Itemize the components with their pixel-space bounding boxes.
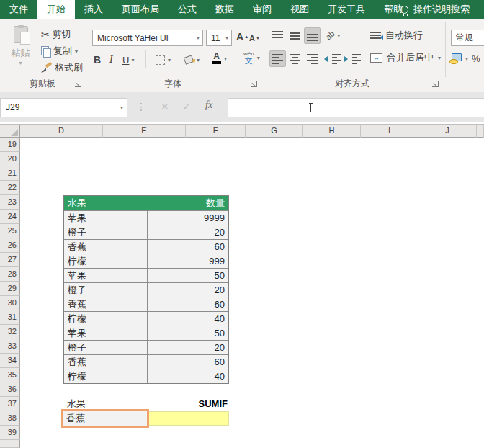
sumif-result-cell[interactable] bbox=[147, 411, 229, 426]
font-name-dropdown-icon[interactable]: ▾ bbox=[194, 35, 202, 41]
tab-page-layout[interactable]: 页面布局 bbox=[112, 0, 169, 19]
cell-fruit[interactable]: 香蕉 bbox=[64, 355, 148, 369]
col-header-F[interactable]: F bbox=[186, 125, 246, 138]
row-header-24[interactable]: 24 bbox=[0, 210, 20, 224]
underline-dropdown-icon[interactable]: ▾ bbox=[131, 57, 134, 63]
name-box[interactable]: J29 ▾ bbox=[0, 98, 127, 117]
merge-center-button[interactable]: ↔ 合并后居中 ▾ bbox=[370, 50, 441, 65]
font-name-combo[interactable]: Microsoft YaHei UI ▾ bbox=[92, 30, 203, 46]
confirm-entry-icon[interactable]: ✓ bbox=[182, 101, 191, 112]
cell-qty[interactable]: 9999 bbox=[148, 211, 228, 225]
clipboard-dialog-launcher[interactable] bbox=[75, 81, 81, 87]
cell-fruit[interactable]: 橙子 bbox=[64, 283, 148, 297]
row-header-33[interactable]: 33 bbox=[0, 339, 20, 354]
paste-button[interactable]: 粘贴 ▾ bbox=[4, 24, 37, 79]
tab-developer[interactable]: 开发工具 bbox=[318, 0, 375, 19]
font-color-dropdown-icon[interactable]: ▾ bbox=[224, 55, 227, 62]
cell-qty[interactable]: 20 bbox=[148, 341, 228, 354]
col-header-J[interactable]: J bbox=[418, 125, 477, 138]
tab-home[interactable]: 开始 bbox=[37, 0, 75, 19]
col-header-E[interactable]: E bbox=[103, 125, 186, 138]
borders-button[interactable]: ▾ bbox=[156, 53, 171, 67]
copy-button[interactable]: 复制 ▾ bbox=[41, 44, 78, 58]
select-all-corner[interactable] bbox=[0, 125, 20, 138]
orientation-button[interactable]: ab ▾ bbox=[326, 28, 340, 42]
row-header-39[interactable]: 39 bbox=[0, 426, 20, 440]
copy-dropdown-icon[interactable]: ▾ bbox=[75, 48, 78, 55]
paste-dropdown-icon[interactable]: ▾ bbox=[19, 60, 22, 66]
tab-insert[interactable]: 插入 bbox=[75, 0, 112, 19]
cell-fruit[interactable]: 柠檬 bbox=[64, 369, 148, 383]
formula-input[interactable] bbox=[228, 98, 484, 117]
align-right-button[interactable] bbox=[304, 50, 321, 67]
align-bottom-button[interactable] bbox=[304, 27, 321, 44]
align-top-button[interactable] bbox=[269, 27, 286, 44]
criteria-cell-selected[interactable]: 香蕉 bbox=[61, 409, 149, 428]
cell-fruit[interactable]: 苹果 bbox=[64, 326, 148, 340]
underline-button[interactable]: U ▾ bbox=[122, 53, 134, 67]
accounting-dropdown-icon[interactable]: ▾ bbox=[465, 55, 468, 62]
font-color-button[interactable]: A ▾ bbox=[212, 51, 227, 66]
row-header-36[interactable]: 36 bbox=[0, 382, 20, 397]
decrease-indent-button[interactable] bbox=[324, 52, 341, 66]
row-header-25[interactable]: 25 bbox=[0, 224, 20, 238]
row-header-20[interactable]: 20 bbox=[0, 152, 20, 166]
col-header-H[interactable]: H bbox=[303, 125, 361, 138]
increase-indent-button[interactable] bbox=[344, 52, 361, 66]
sumif-label-cell[interactable]: SUMIF bbox=[147, 397, 228, 411]
phonetic-dropdown-icon[interactable]: ▾ bbox=[257, 55, 260, 61]
cell-fruit[interactable]: 柠檬 bbox=[64, 254, 148, 268]
row-header-29[interactable]: 29 bbox=[0, 282, 20, 296]
align-center-button[interactable] bbox=[287, 50, 303, 67]
row-header-38[interactable]: 38 bbox=[0, 411, 20, 426]
grow-font-button[interactable]: A ▲ bbox=[236, 30, 248, 44]
col-header-I[interactable]: I bbox=[361, 125, 418, 138]
formula-bar-grip-icon[interactable]: ⋮ bbox=[136, 101, 146, 112]
align-left-button[interactable] bbox=[269, 50, 286, 67]
cell-qty[interactable]: 999 bbox=[148, 254, 228, 268]
cell-qty[interactable]: 20 bbox=[148, 225, 228, 239]
font-size-combo[interactable]: 11 ▾ bbox=[206, 30, 232, 46]
font-dialog-launcher[interactable] bbox=[251, 81, 257, 87]
cell-qty[interactable]: 20 bbox=[148, 283, 228, 297]
tab-file[interactable]: 文件 bbox=[0, 0, 37, 19]
cell-fruit[interactable]: 苹果 bbox=[64, 211, 148, 225]
col-header-D[interactable]: D bbox=[20, 125, 103, 138]
cell-qty[interactable]: 60 bbox=[148, 355, 228, 369]
cell-qty[interactable]: 40 bbox=[148, 369, 228, 383]
cell-qty[interactable]: 40 bbox=[148, 312, 228, 326]
percent-style-icon[interactable]: % bbox=[472, 53, 480, 64]
format-painter-button[interactable]: 格式刷 bbox=[41, 61, 83, 75]
font-size-dropdown-icon[interactable]: ▾ bbox=[223, 35, 231, 41]
align-middle-button[interactable] bbox=[287, 27, 303, 44]
insert-function-icon[interactable]: fx bbox=[205, 99, 212, 111]
cancel-entry-icon[interactable]: ✕ bbox=[161, 101, 169, 112]
number-format-combo[interactable]: 常规 bbox=[451, 30, 484, 46]
cell-fruit[interactable]: 橙子 bbox=[64, 341, 148, 354]
shrink-font-button[interactable]: A ▼ bbox=[249, 31, 260, 45]
bold-button[interactable]: B bbox=[94, 53, 101, 67]
table-header-row[interactable]: 水果 数量 bbox=[64, 196, 228, 210]
row-header-35[interactable]: 35 bbox=[0, 368, 20, 382]
row-header-22[interactable]: 22 bbox=[0, 181, 20, 195]
tab-formulas[interactable]: 公式 bbox=[169, 0, 206, 19]
wrap-text-button[interactable]: 自动换行 bbox=[370, 28, 423, 42]
fill-color-button[interactable]: ▾ bbox=[184, 53, 200, 67]
cell-qty[interactable]: 50 bbox=[148, 269, 228, 282]
tell-me-search[interactable]: 操作说明搜索 bbox=[400, 0, 470, 19]
tab-view[interactable]: 视图 bbox=[281, 0, 318, 19]
merge-center-dropdown-icon[interactable]: ▾ bbox=[438, 55, 441, 61]
row-header-34[interactable]: 34 bbox=[0, 354, 20, 368]
row-header-28[interactable]: 28 bbox=[0, 267, 20, 282]
row-header-26[interactable]: 26 bbox=[0, 238, 20, 253]
cell-qty[interactable]: 60 bbox=[148, 297, 228, 311]
cell-qty[interactable]: 60 bbox=[148, 240, 228, 254]
tab-data[interactable]: 数据 bbox=[206, 0, 243, 19]
cell-fruit[interactable]: 橙子 bbox=[64, 225, 148, 239]
row-header-19[interactable]: 19 bbox=[0, 138, 20, 152]
tab-review[interactable]: 审阅 bbox=[243, 0, 281, 19]
row-header-30[interactable]: 30 bbox=[0, 296, 20, 310]
cell-fruit[interactable]: 柠檬 bbox=[64, 312, 148, 326]
borders-dropdown-icon[interactable]: ▾ bbox=[168, 57, 171, 63]
alignment-dialog-launcher[interactable] bbox=[432, 81, 439, 87]
